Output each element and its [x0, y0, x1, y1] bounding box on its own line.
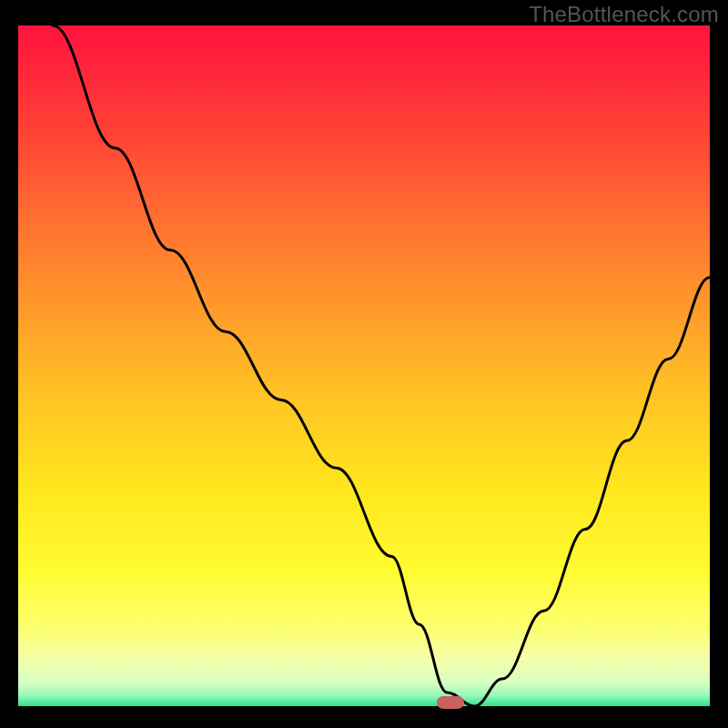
- chart-container: TheBottleneck.com: [0, 0, 728, 728]
- chart-svg: [18, 25, 710, 706]
- plot-area: [18, 25, 710, 706]
- minimum-marker: [437, 696, 464, 709]
- gradient-background: [18, 25, 710, 706]
- watermark-text: TheBottleneck.com: [529, 2, 719, 27]
